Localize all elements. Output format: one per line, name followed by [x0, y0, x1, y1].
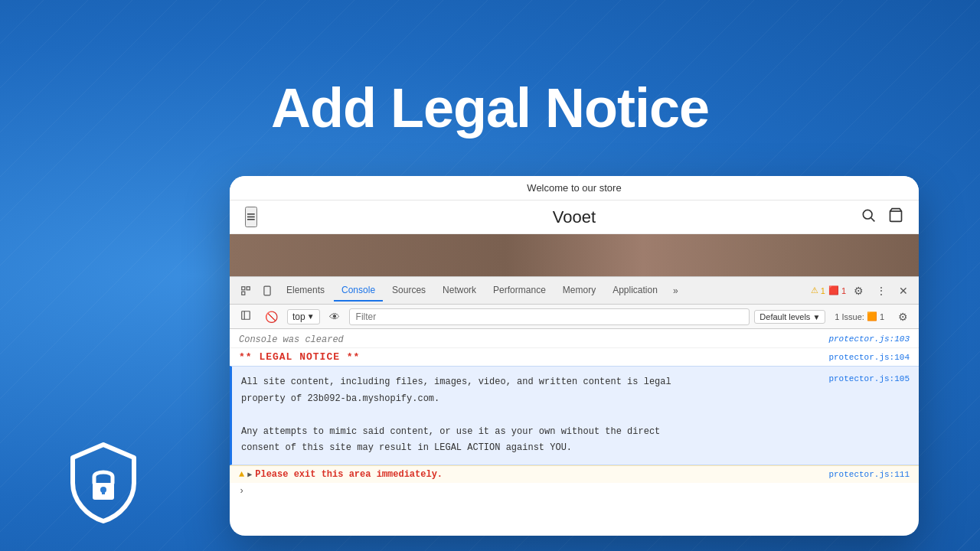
issue-badge: 1 Issue: 🟧 1 [830, 310, 889, 323]
error-count: 1 [841, 286, 846, 295]
nav-icons [861, 207, 903, 227]
devtools-toolbar2: 🚫 top ▼ 👁 Default levels ▼ 1 Issue: 🟧 1 … [230, 305, 919, 329]
console-content-text: All site content, including files, image… [241, 374, 828, 457]
link-103[interactable]: protector.js:103 [828, 334, 910, 345]
tab-more-button[interactable]: » [667, 282, 684, 299]
warning-expand-icon: ▶ [247, 470, 252, 479]
live-expression-button[interactable]: 👁 [325, 309, 345, 324]
link-111[interactable]: protector.js:111 [828, 470, 910, 479]
svg-rect-11 [242, 311, 250, 320]
warning-badge: ⚠ 1 [811, 285, 825, 295]
console-warning-row: ▲ ▶ Please exit this area immediately. p… [230, 465, 919, 483]
content-line1: All site content, including files, image… [241, 377, 671, 387]
warning-count: 1 [821, 286, 825, 295]
search-button[interactable] [861, 207, 876, 227]
content-line2: property of 23b092-ba.myshopify.com. [241, 393, 439, 404]
svg-rect-2 [102, 490, 105, 494]
devtools-inspect-button[interactable] [236, 282, 256, 299]
log-levels-label: Default levels [760, 312, 810, 321]
tab-network[interactable]: Network [435, 280, 484, 302]
cart-button[interactable] [888, 207, 903, 227]
clear-console-button[interactable]: 🚫 [260, 309, 283, 324]
console-content-row: All site content, including files, image… [241, 374, 910, 457]
tab-elements[interactable]: Elements [279, 280, 332, 302]
svg-rect-7 [247, 286, 250, 289]
tab-application[interactable]: Application [605, 280, 665, 302]
svg-rect-8 [242, 292, 245, 295]
store-hero-image [230, 234, 919, 276]
sidebar-toggle-button[interactable] [236, 308, 256, 324]
browser-window: Welcome to our store ≡ Vooet [230, 176, 919, 536]
svg-line-4 [871, 218, 875, 222]
devtools-close-button[interactable]: ✕ [894, 282, 913, 300]
tab-console[interactable]: Console [334, 280, 383, 302]
topbar-text: Welcome to our store [527, 182, 621, 194]
devtools-toolbar: Elements Console Sources Network Perform… [230, 277, 919, 305]
svg-rect-9 [264, 286, 270, 295]
shield-icon [61, 441, 145, 528]
link-104[interactable]: protector.js:104 [828, 353, 910, 362]
content-line4: consent of this site may result in LEGAL… [241, 442, 572, 453]
store-brand: Vooet [553, 207, 596, 227]
issue-count: 1 [880, 312, 884, 321]
svg-point-3 [863, 210, 872, 219]
page-title: Add Legal Notice [0, 77, 980, 139]
store-navbar: ≡ Vooet [230, 201, 919, 234]
console-legal-row: ** LEGAL NOTICE ** protector.js:104 [230, 348, 919, 366]
warning-triangle-icon: ▲ [239, 469, 244, 480]
warning-message: Please exit this area immediately. [255, 469, 443, 480]
issue-icon: 🟧 [867, 311, 877, 321]
log-levels-arrow: ▼ [812, 313, 820, 321]
console-cleared-text: Console was cleared [239, 334, 344, 345]
error-badge: 🟥 1 [828, 285, 846, 295]
console-output: Console was cleared protector.js:103 ** … [230, 329, 919, 503]
issue-label: 1 Issue: [835, 312, 864, 321]
console-content-box: All site content, including files, image… [230, 366, 919, 465]
log-levels-selector[interactable]: Default levels ▼ [754, 310, 825, 324]
devtools-more-button[interactable]: ⋮ [871, 282, 891, 300]
expand-arrow-icon: › [239, 486, 244, 497]
warning-triangle-icon: ⚠ [811, 285, 818, 295]
devtools-settings-button[interactable]: ⚙ [849, 282, 868, 300]
devtools-device-button[interactable] [257, 282, 277, 299]
svg-rect-6 [242, 286, 245, 289]
tab-memory[interactable]: Memory [555, 280, 603, 302]
console-settings-button[interactable]: ⚙ [893, 309, 913, 324]
context-selector-arrow: ▼ [307, 312, 315, 321]
devtools-toolbar-right: ⚠ 1 🟥 1 ⚙ ⋮ ✕ [811, 282, 913, 300]
context-selector-label: top [292, 311, 305, 322]
devtools-panel: Elements Console Sources Network Perform… [230, 276, 919, 503]
console-expand-row: › [230, 483, 919, 500]
tab-sources[interactable]: Sources [384, 280, 433, 302]
hamburger-button[interactable]: ≡ [245, 207, 257, 227]
content-line3: Any attempts to mimic said content, or u… [241, 426, 660, 437]
tab-performance[interactable]: Performance [485, 280, 554, 302]
link-105[interactable]: protector.js:105 [828, 374, 910, 383]
context-selector[interactable]: top ▼ [287, 309, 320, 324]
filter-input[interactable] [349, 308, 750, 325]
legal-notice-heading: ** LEGAL NOTICE ** [239, 351, 360, 363]
console-cleared-row: Console was cleared protector.js:103 [230, 332, 919, 348]
store-topbar: Welcome to our store [230, 176, 919, 201]
error-square-icon: 🟥 [828, 285, 839, 295]
